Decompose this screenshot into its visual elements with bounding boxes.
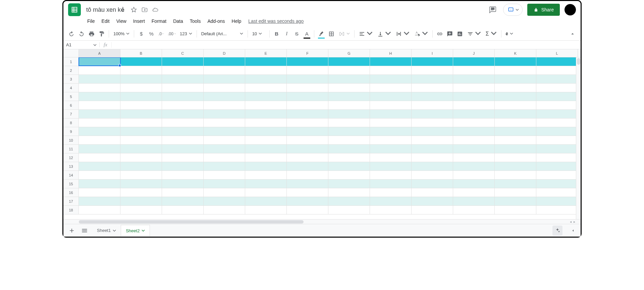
- cell[interactable]: [162, 197, 204, 205]
- cell[interactable]: [204, 66, 245, 75]
- cell[interactable]: [453, 206, 495, 214]
- cell[interactable]: [245, 101, 287, 109]
- cell[interactable]: [536, 127, 578, 136]
- font-family-select[interactable]: Default (Ari...: [199, 29, 245, 39]
- cell[interactable]: [412, 153, 453, 162]
- increase-decimal-icon[interactable]: .00→: [167, 29, 177, 39]
- cell[interactable]: [287, 162, 328, 171]
- cell[interactable]: [245, 66, 287, 75]
- cell[interactable]: [287, 75, 328, 83]
- cell[interactable]: [453, 188, 495, 197]
- cell[interactable]: [328, 110, 370, 118]
- cell[interactable]: [495, 57, 536, 66]
- cell[interactable]: [495, 162, 536, 171]
- cell[interactable]: [287, 101, 328, 109]
- cell[interactable]: [162, 127, 204, 136]
- all-sheets-icon[interactable]: [79, 226, 90, 236]
- cell[interactable]: [79, 145, 120, 153]
- cell[interactable]: [79, 197, 120, 205]
- cell[interactable]: [120, 110, 162, 118]
- cell[interactable]: [79, 206, 120, 214]
- cell[interactable]: [245, 171, 287, 179]
- column-header[interactable]: J: [453, 49, 495, 57]
- cell[interactable]: [245, 145, 287, 153]
- cell[interactable]: [328, 171, 370, 179]
- cell[interactable]: [536, 110, 578, 118]
- cell[interactable]: [370, 84, 412, 92]
- cell[interactable]: [79, 75, 120, 83]
- cell[interactable]: [245, 162, 287, 171]
- cell[interactable]: [120, 136, 162, 144]
- insert-link-icon[interactable]: [435, 29, 444, 39]
- cell[interactable]: [412, 101, 453, 109]
- cell[interactable]: [204, 180, 245, 188]
- cell[interactable]: [453, 127, 495, 136]
- menu-data[interactable]: Data: [170, 17, 186, 25]
- cell[interactable]: [536, 180, 578, 188]
- cell[interactable]: [453, 66, 495, 75]
- sheet-tab-sheet1[interactable]: Sheet1: [92, 225, 121, 236]
- menu-format[interactable]: Format: [149, 17, 169, 25]
- cell[interactable]: [453, 162, 495, 171]
- cell[interactable]: [412, 136, 453, 144]
- menu-tools[interactable]: Tools: [187, 17, 204, 25]
- cell[interactable]: [453, 145, 495, 153]
- row-header[interactable]: 13: [63, 162, 79, 171]
- row-header[interactable]: 3: [63, 75, 79, 83]
- cell[interactable]: [370, 180, 412, 188]
- cell[interactable]: [370, 171, 412, 179]
- cell[interactable]: [495, 136, 536, 144]
- cell[interactable]: [162, 84, 204, 92]
- cell[interactable]: [204, 92, 245, 101]
- fill-color-icon[interactable]: [317, 29, 326, 39]
- sheet-tab-sheet2[interactable]: Sheet2: [121, 225, 150, 236]
- row-header[interactable]: 9: [63, 127, 79, 136]
- menu-insert[interactable]: Insert: [130, 17, 148, 25]
- cell[interactable]: [453, 84, 495, 92]
- cell[interactable]: [245, 57, 287, 66]
- cell[interactable]: [120, 92, 162, 101]
- insert-comment-icon[interactable]: [445, 29, 454, 39]
- star-icon[interactable]: [130, 6, 137, 13]
- cell[interactable]: [245, 206, 287, 214]
- cell[interactable]: [120, 153, 162, 162]
- horizontal-align-icon[interactable]: [357, 29, 375, 39]
- cell[interactable]: [495, 66, 536, 75]
- cell[interactable]: [120, 75, 162, 83]
- cell[interactable]: [412, 84, 453, 92]
- cell[interactable]: [328, 153, 370, 162]
- cell[interactable]: [536, 75, 578, 83]
- cell[interactable]: [79, 84, 120, 92]
- cell[interactable]: [245, 180, 287, 188]
- cell[interactable]: [412, 145, 453, 153]
- comments-icon[interactable]: [487, 4, 498, 15]
- cell[interactable]: [328, 206, 370, 214]
- cell[interactable]: [162, 145, 204, 153]
- cell[interactable]: [536, 57, 578, 66]
- cell[interactable]: [495, 92, 536, 101]
- cell[interactable]: [162, 57, 204, 66]
- cell[interactable]: [328, 84, 370, 92]
- cell[interactable]: [245, 92, 287, 101]
- row-header[interactable]: 12: [63, 153, 79, 162]
- cloud-status-icon[interactable]: [152, 6, 159, 13]
- cell[interactable]: [495, 75, 536, 83]
- cell[interactable]: [79, 180, 120, 188]
- cell[interactable]: [495, 84, 536, 92]
- account-avatar[interactable]: [565, 4, 576, 15]
- cell[interactable]: [162, 75, 204, 83]
- row-header[interactable]: 5: [63, 92, 79, 101]
- row-header[interactable]: 14: [63, 171, 79, 179]
- redo-icon[interactable]: [77, 29, 86, 39]
- cell[interactable]: [412, 66, 453, 75]
- cell[interactable]: [370, 197, 412, 205]
- move-folder-icon[interactable]: [141, 6, 148, 13]
- cell[interactable]: [245, 127, 287, 136]
- document-title[interactable]: tô màu xen kẻ: [84, 5, 126, 14]
- cell[interactable]: [412, 180, 453, 188]
- cell[interactable]: [495, 188, 536, 197]
- cell[interactable]: [495, 127, 536, 136]
- cell[interactable]: [204, 110, 245, 118]
- cell[interactable]: [204, 75, 245, 83]
- input-tools-icon[interactable]: ê: [504, 29, 515, 39]
